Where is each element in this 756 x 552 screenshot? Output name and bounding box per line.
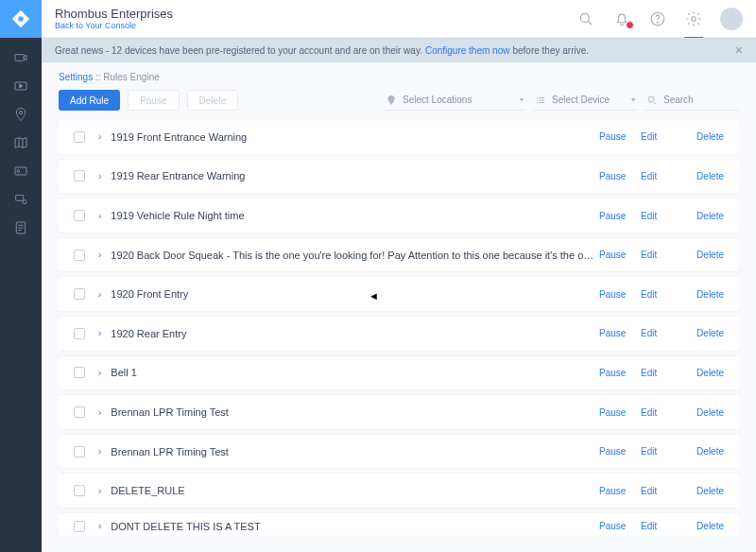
expand-icon[interactable]: ›: [98, 521, 101, 531]
pause-button[interactable]: Pause: [128, 90, 179, 111]
row-delete-link[interactable]: Delete: [682, 521, 724, 531]
svg-rect-6: [16, 195, 24, 200]
row-edit-link[interactable]: Edit: [641, 368, 682, 378]
row-checkbox[interactable]: [74, 250, 85, 261]
nav-video-icon[interactable]: [0, 72, 42, 100]
avatar[interactable]: [720, 8, 743, 30]
nav-devices-icon[interactable]: [0, 185, 42, 214]
row-delete-link[interactable]: Delete: [682, 131, 724, 142]
banner-link[interactable]: Configure them now: [425, 45, 510, 56]
rule-name: 1920 Rear Entry: [111, 328, 599, 339]
rule-row: ›1920 Back Door Squeak - This is the one…: [59, 238, 739, 272]
row-checkbox[interactable]: [74, 521, 85, 532]
row-edit-link[interactable]: Edit: [641, 521, 682, 531]
toolbar: Add Rule Pause Delete Select Locations ▾…: [59, 90, 739, 111]
row-edit-link[interactable]: Edit: [641, 131, 682, 142]
svg-point-3: [19, 111, 22, 113]
nav-icons: [0, 43, 42, 242]
row-delete-link[interactable]: Delete: [682, 446, 724, 457]
breadcrumb-leaf: Rules Engine: [103, 72, 159, 82]
expand-icon[interactable]: ›: [98, 486, 101, 496]
svg-point-0: [18, 16, 24, 22]
row-checkbox[interactable]: [74, 446, 85, 457]
row-edit-link[interactable]: Edit: [641, 171, 682, 181]
expand-icon[interactable]: ›: [98, 446, 101, 457]
device-filter[interactable]: Select Device ▾: [533, 90, 637, 111]
location-filter[interactable]: Select Locations ▾: [384, 90, 525, 111]
close-icon[interactable]: ×: [735, 43, 743, 58]
row-pause-link[interactable]: Pause: [599, 446, 641, 457]
org-title: Rhombus Enterprises: [55, 7, 173, 22]
row-checkbox[interactable]: [74, 288, 85, 300]
row-pause-link[interactable]: Pause: [599, 328, 641, 338]
gear-icon[interactable]: [684, 9, 703, 28]
search-icon[interactable]: [576, 9, 595, 28]
row-edit-link[interactable]: Edit: [641, 407, 682, 418]
row-delete-link[interactable]: Delete: [682, 171, 724, 181]
row-edit-link[interactable]: Edit: [641, 250, 682, 260]
row-pause-link[interactable]: Pause: [599, 407, 641, 418]
help-icon[interactable]: [648, 9, 667, 28]
rule-name: 1919 Rear Entrance Warning: [111, 170, 599, 181]
rule-name: Bell 1: [111, 367, 599, 378]
row-pause-link[interactable]: Pause: [599, 521, 641, 531]
row-checkbox[interactable]: [74, 210, 85, 221]
row-delete-link[interactable]: Delete: [682, 289, 724, 300]
svg-point-7: [23, 200, 26, 204]
rule-row: ›1919 Vehicle Rule Night timePauseEditDe…: [59, 198, 739, 233]
expand-icon[interactable]: ›: [98, 131, 101, 142]
row-checkbox[interactable]: [74, 328, 85, 339]
row-delete-link[interactable]: Delete: [682, 407, 724, 418]
row-delete-link[interactable]: Delete: [682, 211, 724, 221]
expand-icon[interactable]: ›: [98, 368, 101, 378]
row-checkbox[interactable]: [74, 367, 85, 378]
nav-cameras-icon[interactable]: [0, 43, 42, 72]
expand-icon[interactable]: ›: [98, 289, 101, 300]
row-delete-link[interactable]: Delete: [682, 368, 724, 378]
rules-list: ›1919 Front Entrance WarningPauseEditDel…: [59, 120, 739, 536]
breadcrumb-root[interactable]: Settings: [59, 72, 93, 82]
row-delete-link[interactable]: Delete: [682, 328, 724, 338]
delete-button[interactable]: Delete: [187, 90, 239, 111]
nav-reports-icon[interactable]: [0, 214, 42, 242]
list-icon: [535, 95, 546, 106]
expand-icon[interactable]: ›: [98, 407, 101, 418]
expand-icon[interactable]: ›: [98, 328, 101, 338]
row-edit-link[interactable]: Edit: [641, 328, 682, 338]
main-content: Settings :: Rules Engine Add Rule Pause …: [42, 62, 756, 552]
rule-name: DONT DELETE THIS IS A TEST: [111, 521, 599, 532]
logo[interactable]: [0, 0, 42, 38]
row-pause-link[interactable]: Pause: [599, 368, 641, 378]
expand-icon[interactable]: ›: [98, 211, 101, 221]
row-checkbox[interactable]: [74, 170, 85, 181]
row-pause-link[interactable]: Pause: [599, 486, 641, 496]
expand-icon[interactable]: ›: [98, 250, 101, 260]
nav-location-icon[interactable]: [0, 100, 42, 129]
row-checkbox[interactable]: [74, 485, 85, 496]
back-to-console-link[interactable]: Back to Your Console: [55, 21, 173, 30]
row-delete-link[interactable]: Delete: [682, 250, 724, 260]
row-pause-link[interactable]: Pause: [599, 211, 641, 221]
row-edit-link[interactable]: Edit: [641, 446, 682, 457]
row-edit-link[interactable]: Edit: [641, 289, 682, 300]
rule-row: ›1919 Front Entrance WarningPauseEditDel…: [59, 120, 739, 154]
rule-name: 1920 Back Door Squeak - This is the one …: [111, 250, 599, 261]
rule-name: 1919 Vehicle Rule Night time: [111, 210, 599, 221]
expand-icon[interactable]: ›: [98, 171, 101, 181]
row-pause-link[interactable]: Pause: [599, 131, 641, 142]
rule-row: ›1919 Rear Entrance WarningPauseEditDele…: [59, 160, 739, 194]
row-pause-link[interactable]: Pause: [599, 250, 641, 260]
nav-map-icon[interactable]: [0, 129, 42, 157]
row-pause-link[interactable]: Pause: [599, 171, 641, 181]
search-field[interactable]: Search: [644, 90, 739, 111]
row-checkbox[interactable]: [74, 131, 85, 143]
add-rule-button[interactable]: Add Rule: [59, 90, 120, 111]
row-edit-link[interactable]: Edit: [641, 486, 682, 496]
search-icon: [646, 95, 658, 106]
row-pause-link[interactable]: Pause: [599, 289, 641, 300]
nav-cards-icon[interactable]: [0, 157, 42, 185]
row-edit-link[interactable]: Edit: [641, 211, 682, 221]
row-delete-link[interactable]: Delete: [682, 486, 724, 496]
row-checkbox[interactable]: [74, 406, 85, 418]
bell-icon[interactable]: [612, 9, 631, 28]
